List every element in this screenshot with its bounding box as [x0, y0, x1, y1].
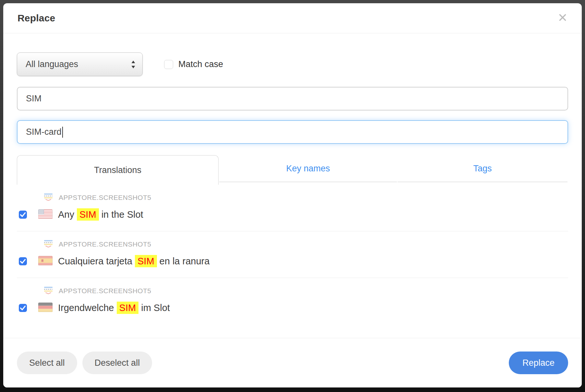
- translation-line: Any SIM in the Slot: [17, 209, 568, 220]
- tab-key-names[interactable]: Key names: [219, 155, 397, 182]
- translation-text: Cualquiera tarjeta SIM en la ranura: [58, 256, 209, 267]
- tab-tags-label: Tags: [473, 164, 492, 174]
- result-row: APPSTORE.SCREENSHOT5: [17, 231, 568, 278]
- text-before-match: Cualquiera tarjeta: [58, 256, 135, 266]
- search-input-value: SIM: [26, 94, 42, 104]
- key-icon: [44, 193, 53, 202]
- key-name: APPSTORE.SCREENSHOT5: [59, 194, 151, 202]
- translation-line: Irgendwelche SIM im Slot: [17, 303, 568, 313]
- key-icon: [44, 286, 53, 295]
- result-checkbox[interactable]: [19, 304, 27, 312]
- text-caret: [62, 127, 63, 138]
- key-name: APPSTORE.SCREENSHOT5: [59, 240, 151, 248]
- result-row: APPSTORE.SCREENSHOT5: [17, 185, 568, 231]
- translation-text: Irgendwelche SIM im Slot: [58, 303, 170, 313]
- tab-tags[interactable]: Tags: [398, 155, 567, 182]
- search-input[interactable]: SIM: [17, 87, 568, 110]
- result-tabs: Translations Key names Tags: [17, 155, 568, 185]
- key-name-line: APPSTORE.SCREENSHOT5: [17, 193, 568, 202]
- results-list: APPSTORE.SCREENSHOT5: [17, 185, 568, 324]
- replace-dialog: Replace All languages: [3, 3, 582, 387]
- replace-button[interactable]: Replace: [509, 352, 568, 374]
- key-name-line: APPSTORE.SCREENSHOT5: [17, 286, 568, 295]
- result-checkbox[interactable]: [19, 257, 27, 265]
- filter-controls: All languages Match case: [17, 52, 568, 76]
- translation-text: Any SIM in the Slot: [58, 209, 143, 220]
- select-all-button[interactable]: Select all: [17, 352, 77, 374]
- key-icon: [44, 240, 53, 249]
- text-after-match: in the Slot: [99, 209, 143, 220]
- close-icon: [558, 13, 567, 23]
- de-flag-icon: [38, 303, 53, 313]
- replace-input-value: SIM-card: [26, 127, 62, 137]
- deselect-all-button[interactable]: Deselect all: [82, 352, 152, 374]
- match-highlight: SIM: [117, 302, 139, 314]
- dialog-header: Replace: [3, 3, 582, 33]
- dialog-title: Replace: [18, 13, 558, 24]
- key-name-line: APPSTORE.SCREENSHOT5: [17, 240, 568, 249]
- key-name: APPSTORE.SCREENSHOT5: [59, 287, 151, 295]
- close-button[interactable]: [558, 13, 567, 23]
- match-highlight: SIM: [135, 255, 157, 267]
- text-after-match: im Slot: [138, 303, 170, 313]
- match-case-label[interactable]: Match case: [178, 59, 223, 69]
- result-checkbox[interactable]: [19, 211, 27, 219]
- tab-translations-label: Translations: [94, 165, 141, 175]
- text-after-match: en la ranura: [157, 256, 210, 266]
- dialog-footer: Select all Deselect all Replace: [3, 338, 582, 387]
- result-row: APPSTORE.SCREENSHOT5: [17, 278, 568, 324]
- text-before-match: Irgendwelche: [58, 303, 117, 313]
- match-case-control: Match case: [164, 59, 223, 69]
- up-down-arrows-icon: [131, 60, 136, 69]
- replace-input[interactable]: SIM-card: [17, 120, 568, 144]
- match-highlight: SIM: [77, 208, 99, 221]
- tab-key-names-label: Key names: [286, 164, 330, 174]
- us-flag-icon: [38, 209, 53, 220]
- es-flag-icon: [38, 256, 53, 267]
- translation-line: Cualquiera tarjeta SIM en la ranura: [17, 256, 568, 267]
- language-select[interactable]: All languages: [17, 52, 143, 76]
- tab-translations[interactable]: Translations: [17, 155, 219, 185]
- text-before-match: Any: [58, 209, 77, 220]
- language-select-value: All languages: [26, 59, 78, 69]
- match-case-checkbox[interactable]: [164, 60, 173, 69]
